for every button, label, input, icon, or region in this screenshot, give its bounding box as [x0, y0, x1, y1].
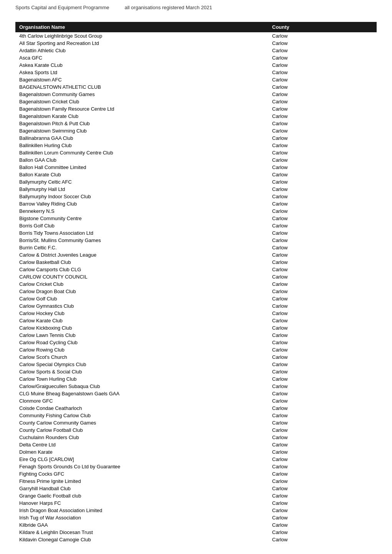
county-cell: Carlow	[268, 405, 377, 412]
county-cell: Carlow	[268, 419, 377, 426]
table-row: Carlow & District Juveniles LeagueCarlow	[15, 251, 377, 259]
county-cell: Carlow	[268, 514, 377, 521]
table-row: Carlow Scot's ChurchCarlow	[15, 353, 377, 361]
org-name-cell: 4th Carlow Leighlinbrige Scout Group	[15, 32, 268, 40]
county-cell: Carlow	[268, 200, 377, 207]
county-cell: Carlow	[268, 237, 377, 244]
org-name-cell: Carlow Hockey Club	[15, 310, 268, 317]
org-name-cell: Ardattin Athletic Club	[15, 47, 268, 54]
table-row: Bigstone Community CentreCarlow	[15, 215, 377, 222]
county-cell: Carlow	[268, 266, 377, 273]
table-row: Bagenalstown Karate ClubCarlow	[15, 113, 377, 120]
table-row: Cuchulainn Rounders ClubCarlow	[15, 434, 377, 441]
county-cell: Carlow	[268, 441, 377, 448]
table-row: All Star Sporting and Recreation LtdCarl…	[15, 40, 377, 47]
org-name-cell: Borris Golf Club	[15, 222, 268, 229]
table-row: Ballymurphy Celtic AFCCarlow	[15, 178, 377, 186]
org-name-cell: Bagenalstown Swimming Club	[15, 127, 268, 134]
org-name-cell: Kilbride GAA	[15, 521, 268, 529]
org-name-cell: Bagenalstown Community Games	[15, 91, 268, 98]
org-name-cell: All Star Sporting and Recreation Ltd	[15, 40, 268, 47]
org-name-cell: Fenagh Sports Grounds Co Ltd by Guarante…	[15, 463, 268, 470]
table-row: Carlow Kickboxing ClubCarlow	[15, 324, 377, 332]
table-row: Hanover Harps FCCarlow	[15, 499, 377, 507]
org-name-cell: Carlow Town Hurling Club	[15, 375, 268, 383]
table-row: Borris Golf ClubCarlow	[15, 222, 377, 229]
county-cell: Carlow	[268, 113, 377, 120]
county-cell: Carlow	[268, 478, 377, 485]
county-cell: Carlow	[268, 390, 377, 397]
county-cell: Carlow	[268, 507, 377, 514]
table-row: Ballymurphy Indoor Soccer ClubCarlow	[15, 193, 377, 200]
county-cell: Carlow	[268, 332, 377, 339]
org-name-cell: Carlow Gymnastics Club	[15, 302, 268, 310]
org-name-cell: Fighting Cocks GFC	[15, 470, 268, 478]
county-cell: Carlow	[268, 76, 377, 83]
table-row: Carlow Sports & Social ClubCarlow	[15, 368, 377, 375]
org-name-cell: Carlow Golf Club	[15, 295, 268, 302]
table-row: Carlow Basketball ClubCarlow	[15, 259, 377, 266]
table-row: Carlow Carsports Club CLGCarlow	[15, 266, 377, 273]
program-title: Sports Capital and Equipment Programme	[15, 5, 109, 10]
org-name-cell: Kildavin Clonegal Camogie Club	[15, 536, 268, 543]
county-cell: Carlow	[268, 54, 377, 61]
table-row: Carlow/Graiguecullen Subaqua ClubCarlow	[15, 383, 377, 390]
org-name-cell: Dolmen Karate	[15, 448, 268, 456]
table-row: Bagenalstown Community GamesCarlow	[15, 91, 377, 98]
table-row: Bagenalstown Pitch & Putt ClubCarlow	[15, 120, 377, 127]
table-row: Ballinkillen Lorum Community Centre Club…	[15, 149, 377, 156]
org-name-cell: Bagenalstown Karate Club	[15, 113, 268, 120]
table-row: Fighting Cocks GFCCarlow	[15, 470, 377, 478]
table-row: Carlow Dragon Boat ClubCarlow	[15, 288, 377, 295]
county-cell: Carlow	[268, 127, 377, 134]
table-row: Carlow Lawn Tennis ClubCarlow	[15, 332, 377, 339]
org-name-cell: Carlow Scot's Church	[15, 353, 268, 361]
org-name-cell: Asca GFC	[15, 54, 268, 61]
table-row: Irish Tug of War AssociationCarlow	[15, 514, 377, 521]
org-name-cell: Borris Tidy Towns Association Ltd	[15, 229, 268, 237]
table-row: Bagenalstown AFCCarlow	[15, 76, 377, 83]
county-cell: Carlow	[268, 134, 377, 142]
table-row: Ardattin Athletic ClubCarlow	[15, 47, 377, 54]
county-cell: Carlow	[268, 448, 377, 456]
table-row: Clonmore GFCCarlow	[15, 397, 377, 405]
county-cell: Carlow	[268, 470, 377, 478]
county-cell: Carlow	[268, 207, 377, 215]
org-name-cell: Carlow & District Juveniles League	[15, 251, 268, 259]
table-row: Bagenalstown Cricket ClubCarlow	[15, 98, 377, 105]
county-cell: Carlow	[268, 186, 377, 193]
county-cell: Carlow	[268, 61, 377, 69]
org-name-cell: CLG Muine Bheag Bagenalstown Gaels GAA	[15, 390, 268, 397]
main-table-container: Organisation Name County 4th Carlow Leig…	[0, 14, 392, 551]
org-name-cell: Delta Centre Ltd	[15, 441, 268, 448]
table-row: Dolmen KarateCarlow	[15, 448, 377, 456]
table-row: Kildavin Clonegal Camogie ClubCarlow	[15, 536, 377, 543]
table-row: Ballon Hall Committee LimitedCarlow	[15, 164, 377, 171]
county-cell: Carlow	[268, 288, 377, 295]
org-name-cell: Ballon Hall Committee Limited	[15, 164, 268, 171]
county-cell: Carlow	[268, 426, 377, 434]
table-row: Community Fishing Carlow ClubCarlow	[15, 412, 377, 419]
org-name-cell: Irish Tug of War Association	[15, 514, 268, 521]
county-cell: Carlow	[268, 361, 377, 368]
org-name-cell: Carlow Cricket Club	[15, 280, 268, 288]
table-row: Ballon Karate ClubCarlow	[15, 171, 377, 178]
county-cell: Carlow	[268, 397, 377, 405]
org-name-cell: Carlow Sports & Social Club	[15, 368, 268, 375]
county-cell: Carlow	[268, 434, 377, 441]
org-name-cell: Clonmore GFC	[15, 397, 268, 405]
org-name-cell: Garryhill Handball Club	[15, 485, 268, 492]
org-name-cell: Ballon Karate Club	[15, 171, 268, 178]
table-row: Ballinabranna GAA ClubCarlow	[15, 134, 377, 142]
county-cell: Carlow	[268, 32, 377, 40]
county-cell: Carlow	[268, 178, 377, 186]
table-row: Fenagh Sports Grounds Co Ltd by Guarante…	[15, 463, 377, 470]
county-cell: Carlow	[268, 463, 377, 470]
county-cell: Carlow	[268, 295, 377, 302]
county-cell: Carlow	[268, 259, 377, 266]
org-name-cell: Burrin Celtic F.C.	[15, 244, 268, 251]
org-name-cell: Carlow Rowing Club	[15, 346, 268, 353]
org-name-cell: Bagenalstown AFC	[15, 76, 268, 83]
table-row: CARLOW COUNTY COUNCILCarlow	[15, 273, 377, 280]
county-cell: Carlow	[268, 164, 377, 171]
